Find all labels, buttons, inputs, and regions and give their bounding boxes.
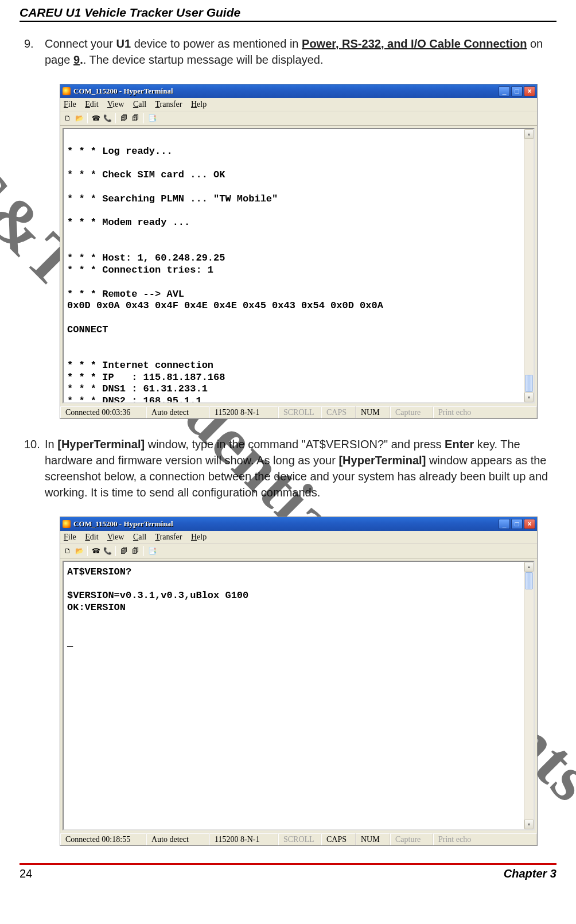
- power-cable-link[interactable]: Power, RS-232, and I/O Cable Connection: [302, 37, 527, 50]
- terminal-content-1: * * * Log ready... * * * Check SIM card …: [64, 129, 534, 403]
- page-number: 24: [20, 867, 32, 880]
- maximize-button[interactable]: □: [511, 86, 523, 96]
- scroll-thumb[interactable]: [525, 375, 533, 392]
- step-10-number: 10.: [24, 436, 45, 452]
- scroll-thumb[interactable]: [525, 572, 533, 589]
- step-10: 10.In [HyperTerminal] window, type in th…: [45, 436, 556, 500]
- new-icon[interactable]: 🗋: [63, 113, 73, 123]
- receive-icon[interactable]: 🗐: [130, 113, 141, 123]
- menu-file[interactable]: File: [64, 533, 76, 541]
- disconnect-icon[interactable]: 📞: [102, 113, 112, 123]
- step9-text4: . The device startup message will be dis…: [83, 53, 324, 66]
- separator-icon: [143, 546, 144, 556]
- s10-t1: In: [45, 438, 57, 451]
- send-icon[interactable]: 🗐: [119, 113, 129, 123]
- properties-icon[interactable]: 📑: [147, 546, 157, 556]
- page-footer: 24 Chapter 3: [20, 863, 556, 880]
- status-scroll: SCROLL: [278, 833, 321, 845]
- maximize-button[interactable]: □: [511, 519, 523, 529]
- separator-icon: [87, 546, 88, 556]
- scroll-up-icon[interactable]: ▴: [524, 562, 534, 572]
- step-9: 9.Connect your U1 device to power as men…: [45, 36, 556, 68]
- menu-view[interactable]: View: [107, 533, 124, 541]
- scroll-up-icon[interactable]: ▴: [524, 129, 534, 139]
- call-icon[interactable]: ☎: [91, 113, 101, 123]
- status-echo: Print echo: [433, 406, 537, 418]
- separator-icon: [143, 113, 144, 123]
- terminal-area-1[interactable]: * * * Log ready... * * * Check SIM card …: [63, 128, 535, 403]
- terminal-area-2[interactable]: AT$VERSION? $VERSION=v0.3.1,v0.3,uBlox G…: [63, 561, 535, 830]
- chapter-label: Chapter 3: [504, 867, 556, 880]
- status-port: 115200 8-N-1: [209, 833, 278, 845]
- ht-app-icon: [63, 87, 71, 95]
- status-capture: Capture: [390, 406, 433, 418]
- statusbar-1: Connected 00:03:36 Auto detect 115200 8-…: [60, 406, 537, 418]
- status-num: NUM: [356, 406, 390, 418]
- hyperterminal-window-2: COM_115200 - HyperTerminal _ □ × File Ed…: [60, 517, 538, 846]
- separator-icon: [115, 113, 116, 123]
- s10-b2: Enter: [445, 438, 474, 451]
- step9-text2: device to power as mentioned in: [131, 37, 302, 50]
- terminal-content-2: AT$VERSION? $VERSION=v0.3.1,v0.3,uBlox G…: [64, 562, 534, 654]
- ht-app-icon: [63, 520, 71, 528]
- close-button[interactable]: ×: [524, 86, 535, 96]
- step9-text: Connect your: [45, 37, 116, 50]
- status-caps: CAPS: [321, 833, 356, 845]
- minimize-button[interactable]: _: [499, 86, 510, 96]
- menu-edit[interactable]: Edit: [85, 100, 98, 108]
- status-port: 115200 8-N-1: [209, 406, 278, 418]
- window-1-title: COM_115200 - HyperTerminal: [73, 87, 499, 96]
- menu-help[interactable]: Help: [191, 533, 207, 541]
- doc-title: CAREU U1 Vehicle Tracker User Guide: [20, 6, 556, 22]
- titlebar-2: COM_115200 - HyperTerminal _ □ ×: [60, 517, 537, 531]
- menu-transfer[interactable]: Transfer: [155, 100, 182, 108]
- menu-help[interactable]: Help: [191, 100, 207, 108]
- s10-t2: window, type in the command "AT$VERSION?…: [145, 438, 445, 451]
- minimize-button[interactable]: _: [499, 519, 510, 529]
- statusbar-2: Connected 00:18:55 Auto detect 115200 8-…: [60, 833, 537, 845]
- status-caps: CAPS: [321, 406, 356, 418]
- open-icon[interactable]: 📂: [74, 546, 84, 556]
- receive-icon[interactable]: 🗐: [130, 546, 141, 556]
- menubar-2: File Edit View Call Transfer Help: [60, 531, 537, 544]
- status-capture: Capture: [390, 833, 433, 845]
- step-9-number: 9.: [24, 36, 45, 52]
- menu-transfer[interactable]: Transfer: [155, 533, 182, 541]
- hyperterminal-window-1: COM_115200 - HyperTerminal _ □ × File Ed…: [60, 84, 538, 419]
- step9-device: U1: [116, 37, 131, 50]
- close-button[interactable]: ×: [524, 519, 535, 529]
- status-auto: Auto detect: [146, 406, 209, 418]
- scrollbar-vertical[interactable]: ▴ ▾: [524, 562, 534, 829]
- s10-b1: [HyperTerminal]: [57, 438, 145, 451]
- toolbar-1: 🗋 📂 ☎ 📞 🗐 🗐 📑: [60, 111, 537, 126]
- status-echo: Print echo: [433, 833, 537, 845]
- menubar-1: File Edit View Call Transfer Help: [60, 98, 537, 111]
- open-icon[interactable]: 📂: [74, 113, 84, 123]
- properties-icon[interactable]: 📑: [147, 113, 157, 123]
- titlebar-1: COM_115200 - HyperTerminal _ □ ×: [60, 84, 537, 98]
- status-connected: Connected 00:03:36: [60, 406, 146, 418]
- s10-b3: [HyperTerminal]: [338, 454, 426, 467]
- status-num: NUM: [356, 833, 390, 845]
- page-9-link[interactable]: 9: [73, 53, 80, 66]
- send-icon[interactable]: 🗐: [119, 546, 129, 556]
- status-auto: Auto detect: [146, 833, 209, 845]
- menu-view[interactable]: View: [107, 100, 124, 108]
- menu-file[interactable]: File: [64, 100, 76, 108]
- status-scroll: SCROLL: [278, 406, 321, 418]
- menu-call[interactable]: Call: [133, 533, 146, 541]
- call-icon[interactable]: ☎: [91, 546, 101, 556]
- toolbar-2: 🗋 📂 ☎ 📞 🗐 🗐 📑: [60, 544, 537, 558]
- disconnect-icon[interactable]: 📞: [102, 546, 112, 556]
- window-2-title: COM_115200 - HyperTerminal: [73, 519, 499, 529]
- menu-edit[interactable]: Edit: [85, 533, 98, 541]
- scroll-down-icon[interactable]: ▾: [524, 820, 534, 829]
- separator-icon: [87, 113, 88, 123]
- scroll-down-icon[interactable]: ▾: [524, 393, 534, 402]
- separator-icon: [115, 546, 116, 556]
- menu-call[interactable]: Call: [133, 100, 146, 108]
- scrollbar-vertical[interactable]: ▴ ▾: [524, 129, 534, 402]
- status-connected: Connected 00:18:55: [60, 833, 146, 845]
- new-icon[interactable]: 🗋: [63, 546, 73, 556]
